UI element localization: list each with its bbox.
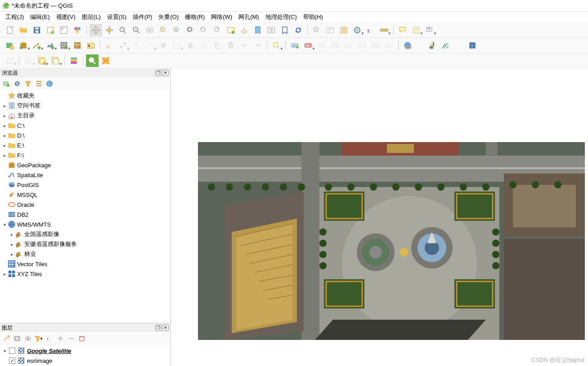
manage-visibility-icon[interactable]: [23, 334, 32, 343]
zoom-full-button[interactable]: [144, 24, 156, 36]
browser-tree[interactable]: 收藏夹▸空间书签▸主目录▸C:\▸D:\▸E:\▸F:\GeoPackageSp…: [0, 90, 171, 323]
add-group-icon[interactable]: [13, 334, 22, 343]
vertex-tool-button[interactable]: ▼: [171, 39, 183, 52]
zoom-last-button[interactable]: [197, 24, 210, 36]
expand-arrow-icon[interactable]: ▸: [9, 232, 14, 237]
ui-toolbox-button[interactable]: ▼: [351, 24, 364, 36]
open-datasrc-button[interactable]: +: [4, 39, 16, 52]
toggle-editing-button[interactable]: [103, 39, 116, 52]
layers-tree[interactable]: ▾Google Satellite✓esriimage: [0, 345, 171, 366]
save-project-button[interactable]: [31, 24, 43, 36]
identify-button[interactable]: i: [310, 24, 323, 36]
menu-mesh[interactable]: 网孔(M): [237, 12, 261, 22]
copy-features-button[interactable]: [211, 39, 224, 52]
field-calculator-button[interactable]: [337, 24, 350, 36]
add-feature-button[interactable]: [130, 39, 143, 52]
annotation-button[interactable]: T▼: [423, 24, 436, 36]
panel-close-icon[interactable]: ✕: [162, 325, 169, 331]
expand-arrow-icon[interactable]: ▾: [2, 222, 7, 227]
new-geopackage-button[interactable]: ▼: [17, 39, 30, 52]
browser-item-folder[interactable]: ▸E:\: [0, 140, 171, 150]
expand-arrow-icon[interactable]: ▸: [9, 242, 14, 247]
invert-selection-button[interactable]: ▼: [49, 54, 62, 67]
menu-raster[interactable]: 栅格(R): [183, 12, 206, 22]
add-layer-icon[interactable]: [2, 79, 11, 88]
browser-item-bookmark[interactable]: ▸空间书签: [0, 101, 171, 111]
pan-button[interactable]: [90, 24, 102, 36]
panel-undock-icon[interactable]: ❐: [155, 70, 162, 76]
expand-all-icon[interactable]: [56, 334, 65, 343]
menu-help[interactable]: 帮助(H): [301, 12, 325, 22]
style-manager-button[interactable]: [71, 24, 84, 36]
map-tips-button[interactable]: [396, 24, 409, 36]
label-change-button[interactable]: [383, 39, 395, 52]
browser-item-folder[interactable]: ▸C:\: [0, 121, 171, 130]
add-mesh-button[interactable]: ▼: [58, 39, 70, 52]
label-move-button[interactable]: [356, 39, 368, 52]
expand-arrow-icon[interactable]: ▸: [2, 113, 7, 118]
remove-layer-icon[interactable]: [77, 334, 86, 343]
menu-settings[interactable]: 设置(S): [105, 12, 128, 22]
layer-visibility-checkbox[interactable]: ✓: [9, 357, 15, 364]
zoom-selection-button[interactable]: [157, 24, 170, 36]
expand-arrow-icon[interactable]: ▸: [2, 143, 7, 148]
pan-to-selection-button[interactable]: [103, 24, 116, 36]
refresh-browser-icon[interactable]: [13, 79, 22, 88]
raster-symbology-button[interactable]: [67, 54, 80, 67]
digitize-shape-button[interactable]: ▼: [144, 39, 156, 52]
add-delimited-button[interactable]: [71, 39, 84, 52]
new-bookmark-button[interactable]: [251, 24, 264, 36]
grass-button[interactable]: [439, 39, 452, 52]
browser-item-xyztiles[interactable]: ▸XYZ Tiles: [0, 269, 171, 279]
browser-subitem[interactable]: ▸安徽省遥感影像服务: [0, 239, 171, 249]
help-button[interactable]: ?: [466, 39, 479, 52]
new-3d-map-button[interactable]: [238, 24, 251, 36]
panel-undock-icon[interactable]: ❐: [155, 325, 162, 331]
show-bookmarks-button[interactable]: [278, 24, 291, 36]
open-project-button[interactable]: [17, 24, 30, 36]
josm-button[interactable]: [99, 54, 112, 67]
browser-item-spatialite[interactable]: SpatiaLite: [0, 170, 171, 180]
menu-vector[interactable]: 矢量(O): [157, 12, 180, 22]
collapse-all-icon[interactable]: [34, 79, 43, 88]
select-features-button[interactable]: ▼: [270, 39, 283, 52]
attributes-table-button[interactable]: [324, 24, 337, 36]
browser-item-folder[interactable]: ▸F:\: [0, 150, 171, 160]
expand-arrow-icon[interactable]: ▾: [2, 348, 7, 353]
layout-manager-button[interactable]: [58, 24, 70, 36]
measure-button[interactable]: ▼: [378, 24, 391, 36]
menu-processing[interactable]: 地理处理(C): [264, 12, 299, 22]
cut-features-button[interactable]: [197, 39, 210, 52]
expand-arrow-icon[interactable]: ▸: [2, 272, 7, 277]
deselect-button[interactable]: ▼: [22, 54, 35, 67]
layer-visibility-checkbox[interactable]: [9, 348, 15, 354]
temporal-controller-button[interactable]: [265, 24, 278, 36]
label-abc-red-button[interactable]: abc▼: [302, 39, 314, 52]
zoom-native-button[interactable]: 1:1: [184, 24, 197, 36]
refresh-button[interactable]: [292, 24, 305, 36]
menu-view[interactable]: 视图(V): [54, 12, 77, 22]
select-all-button[interactable]: ▼: [36, 54, 48, 67]
new-print-layout-button[interactable]: +: [44, 24, 57, 36]
browser-subitem[interactable]: ▸全国遥感影像: [0, 229, 171, 239]
delete-selected-button[interactable]: [184, 39, 197, 52]
filter-browser-icon[interactable]: [23, 79, 32, 88]
browser-item-oracle[interactable]: Oracle: [0, 200, 171, 210]
label-rotate-button[interactable]: [369, 39, 382, 52]
browser-item-geopackage[interactable]: GeoPackage: [0, 160, 171, 170]
menu-web[interactable]: 网络(W): [209, 12, 234, 22]
browser-subitem[interactable]: ▸林业: [0, 249, 171, 259]
expand-arrow-icon[interactable]: ▸: [2, 133, 7, 138]
menu-edit[interactable]: 编辑(E): [28, 12, 51, 22]
browser-item-vectortiles[interactable]: Vector Tiles: [0, 259, 171, 269]
expand-arrow-icon[interactable]: ▸: [2, 153, 7, 158]
label-abc-button[interactable]: abc: [288, 39, 301, 52]
layer-item[interactable]: ▾Google Satellite: [0, 346, 171, 356]
menu-plugins[interactable]: 插件(P): [131, 12, 154, 22]
browser-item-home[interactable]: ▸主目录: [0, 111, 171, 121]
browser-item-star[interactable]: 收藏夹: [0, 91, 171, 101]
expand-arrow-icon[interactable]: ▸: [2, 123, 7, 128]
new-project-button[interactable]: [4, 24, 16, 36]
quickosm-button[interactable]: [86, 54, 99, 67]
filter-legend-icon[interactable]: ▼: [34, 334, 43, 343]
